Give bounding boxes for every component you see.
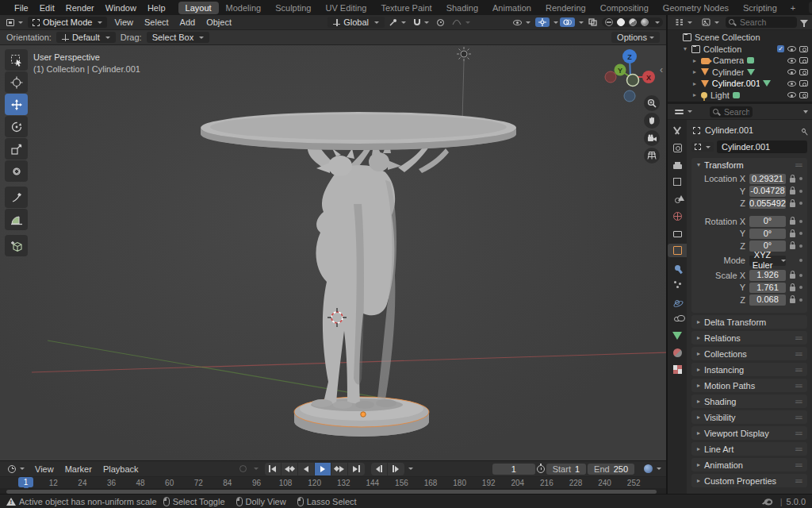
animate-decorator[interactable]: [799, 232, 802, 235]
collapsed-panel[interactable]: ▸ Animation ≡≡: [691, 458, 807, 471]
lock-icon[interactable]: [790, 233, 795, 237]
drag-grip-icon[interactable]: ≡≡: [795, 445, 802, 453]
disclosure-icon[interactable]: [691, 68, 698, 75]
lock-icon[interactable]: [790, 298, 795, 303]
workspace-tab[interactable]: Modeling: [219, 2, 269, 14]
workspace-tab[interactable]: Geometry Nodes: [656, 2, 736, 14]
number-field[interactable]: 0.068: [749, 294, 786, 306]
disable-render-icon[interactable]: [799, 80, 808, 87]
tool-add-primitive[interactable]: [5, 235, 28, 256]
number-field[interactable]: 0°: [749, 216, 786, 227]
object-name[interactable]: Scene Collection: [695, 33, 760, 42]
current-frame-field[interactable]: 1: [492, 464, 535, 475]
workspace-tab[interactable]: Animation: [485, 2, 538, 14]
object-name[interactable]: Light: [710, 90, 730, 100]
lock-icon[interactable]: [790, 220, 795, 225]
animate-decorator[interactable]: [799, 286, 802, 289]
topbar-menu-item[interactable]: Help: [142, 2, 171, 13]
collapsed-panel[interactable]: ▸ Motion Paths ≡≡: [691, 379, 807, 392]
lock-icon[interactable]: [790, 202, 795, 207]
tool-cursor[interactable]: [5, 71, 28, 93]
disclosure-icon[interactable]: [682, 45, 688, 52]
properties-tab[interactable]: [668, 175, 687, 189]
collapsed-panel[interactable]: ▸ Custom Properties ≡≡: [691, 474, 807, 487]
editor-type-button[interactable]: [3, 18, 26, 27]
tool-scale[interactable]: [5, 138, 28, 160]
auto-record-button[interactable]: [236, 464, 250, 473]
number-field[interactable]: 1.761: [749, 283, 786, 294]
disable-render-icon[interactable]: [799, 46, 808, 52]
tool-rotate[interactable]: [5, 116, 28, 137]
properties-tab[interactable]: [668, 226, 687, 240]
step-back-button[interactable]: [371, 463, 388, 475]
outliner-row[interactable]: Scene Collection: [668, 32, 812, 44]
chevron-down-icon[interactable]: [803, 110, 808, 114]
drag-grip-icon[interactable]: ≡≡: [795, 461, 802, 469]
animate-decorator[interactable]: [799, 298, 802, 302]
drag-grip-icon[interactable]: ≡≡: [795, 382, 802, 390]
properties-editor-type-button[interactable]: [672, 107, 695, 117]
animate-decorator[interactable]: [799, 190, 802, 193]
animate-decorator[interactable]: [799, 274, 802, 277]
frame-end-field[interactable]: End250: [588, 464, 634, 475]
outliner-row[interactable]: Camera: [668, 55, 812, 67]
viewport-menu-item[interactable]: Object: [201, 17, 237, 28]
properties-search[interactable]: [710, 106, 753, 117]
animate-decorator[interactable]: [799, 220, 802, 223]
options-button[interactable]: Options: [611, 32, 660, 43]
viewport-3d[interactable]: User Perspective (1) Collection | Cylind…: [0, 45, 666, 460]
object-name[interactable]: Collection: [703, 44, 741, 54]
properties-tab[interactable]: [668, 312, 687, 325]
chevron-down-icon[interactable]: [553, 21, 558, 24]
animate-decorator[interactable]: [799, 202, 802, 205]
show-visibility-dropdown[interactable]: [510, 19, 534, 26]
number-field[interactable]: -0.04728: [749, 186, 786, 197]
next-keyframe-button[interactable]: [331, 463, 348, 475]
collapsed-panel[interactable]: ▸ Viewport Display ≡≡: [691, 426, 807, 440]
shading-rendered-button[interactable]: [641, 18, 649, 26]
transform-panel-header[interactable]: ▾ Transform ≡≡: [691, 158, 807, 171]
hide-eye-icon[interactable]: [787, 92, 796, 98]
viewport-menu-item[interactable]: Add: [174, 17, 201, 28]
hide-eye-icon[interactable]: [787, 69, 796, 75]
topbar-menu-item[interactable]: Window: [100, 2, 142, 13]
disable-render-icon[interactable]: [799, 92, 808, 98]
drag-grip-icon[interactable]: ≡≡: [795, 334, 802, 342]
properties-tab[interactable]: [668, 363, 687, 376]
animate-decorator[interactable]: [799, 177, 802, 180]
outliner-search-input[interactable]: [726, 17, 797, 28]
tool-select-box[interactable]: [5, 49, 28, 71]
topbar-menu-item[interactable]: File: [9, 2, 34, 13]
object-name[interactable]: Cylinder.001: [712, 79, 760, 88]
orientation-dropdown[interactable]: Default: [56, 32, 116, 43]
viewport-menu-item[interactable]: Select: [139, 17, 174, 28]
topbar-menu-item[interactable]: Render: [60, 2, 100, 13]
properties-tab[interactable]: [668, 329, 687, 342]
collapsed-panel[interactable]: ▸ Relations ≡≡: [691, 331, 807, 344]
drag-grip-icon[interactable]: ≡≡: [795, 398, 802, 406]
viewport-menu-item[interactable]: View: [109, 17, 139, 28]
collapsed-panel[interactable]: ▸ Shading ≡≡: [691, 394, 807, 408]
drag-grip-icon[interactable]: ≡≡: [795, 414, 802, 421]
current-frame-marker[interactable]: 1: [18, 477, 33, 487]
drag-grip-icon[interactable]: ≡≡: [795, 350, 802, 358]
scrollbar-thumb[interactable]: [6, 490, 657, 494]
object-name-input[interactable]: Cylinder.001: [717, 140, 807, 153]
number-field[interactable]: 0.055492: [749, 198, 786, 210]
shading-wireframe-button[interactable]: [605, 18, 613, 26]
properties-tab[interactable]: [668, 260, 687, 274]
chevron-down-icon[interactable]: [579, 21, 584, 24]
animate-decorator[interactable]: [799, 244, 802, 248]
sidebar-collapse-arrow[interactable]: ‹: [660, 64, 663, 75]
properties-tab[interactable]: [668, 124, 687, 137]
workspace-tab[interactable]: Rendering: [538, 2, 593, 14]
number-field[interactable]: 0.29321: [749, 174, 786, 185]
outliner-row[interactable]: Cylinder: [668, 67, 812, 79]
filter-icon[interactable]: [800, 20, 808, 25]
proportional-edit-button[interactable]: [434, 18, 447, 27]
drag-grip-icon[interactable]: ≡≡: [795, 429, 802, 437]
delta-transform-panel[interactable]: ▸ Delta Transform: [691, 315, 807, 329]
workspace-tab[interactable]: Shading: [439, 2, 485, 14]
chevron-down-icon[interactable]: [655, 21, 660, 24]
play-reverse-button[interactable]: [298, 463, 315, 475]
